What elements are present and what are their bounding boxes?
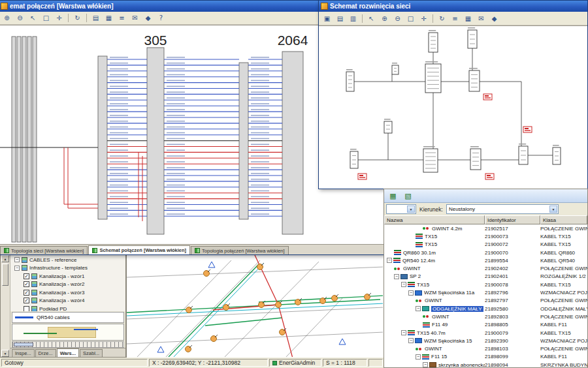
layer-checkbox[interactable] — [24, 306, 29, 311]
tree-expander[interactable]: − — [408, 290, 414, 296]
map-canvas[interactable] — [127, 255, 383, 357]
tab-topologia-sieci-warstwa-włókien[interactable]: Topologia sieci [Warstwa włókien] — [0, 246, 88, 254]
scroll-down-button[interactable]: ▼ — [1, 350, 9, 357]
scrollbar-thumb[interactable] — [2, 264, 8, 286]
tab-schemat-połączeń-warstwa-włókien[interactable]: Schemat połączeń [Warstwa włókien] — [88, 245, 190, 254]
table-row[interactable]: −TX1521900078KABEL TX15 — [384, 281, 587, 288]
print-icon[interactable]: ▤ — [90, 12, 102, 23]
refresh-icon[interactable]: ↻ — [436, 13, 448, 24]
horizontal-scrollbar[interactable] — [12, 341, 124, 348]
scrollbar-track[interactable] — [1, 262, 9, 350]
panel-tab-szabl[interactable]: Szabl... — [80, 349, 103, 357]
layers-icon[interactable]: ≡ — [449, 13, 461, 24]
object-id: 21902517 — [485, 226, 540, 232]
tree-expander[interactable]: − — [394, 274, 399, 279]
table-row[interactable]: GWINT 4.2m21902517POŁĄCZENIE GWINTOWE — [384, 224, 587, 232]
layer-item-infrastructure-templates[interactable]: −Infrastructure - templates — [10, 264, 125, 273]
show-on-map-icon[interactable]: ▧ — [402, 191, 414, 202]
grid-icon[interactable]: ▦ — [103, 12, 115, 23]
zoom-in-icon[interactable]: ⊕ — [378, 13, 391, 24]
table-row[interactable]: GWINT21902402POŁĄCZENIE GWINTOWE — [384, 264, 587, 272]
select-icon[interactable]: ↖ — [27, 12, 39, 23]
layer-checkbox[interactable]: ✓ — [24, 281, 29, 287]
table-row[interactable]: −ODGAŁĘŹNIK MAŁY21892580ODGAŁĘŹNIK MAŁY — [384, 305, 587, 313]
network-schematic-canvas[interactable] — [319, 25, 587, 189]
object-class: POŁĄCZENIE GWINTOWE — [540, 314, 587, 320]
tree-expander[interactable]: − — [401, 330, 406, 335]
scrollbar-thumb[interactable] — [14, 343, 33, 346]
properties-icon[interactable]: ◆ — [142, 12, 154, 23]
table-row[interactable]: −SP 221902401ROZGAŁĘŹNIK 1/2 DUŻY — [384, 273, 587, 281]
window-title-bar[interactable]: Schemat rozwinięcia sieci — [319, 1, 587, 12]
object-id: 21900079 — [485, 330, 540, 336]
tree-expander[interactable]: − — [401, 282, 406, 287]
layer-item-cables-reference[interactable]: −CABLES - reference — [10, 256, 125, 264]
table-row[interactable]: GWINT21892803POŁĄCZENIE GWINTOWE — [384, 313, 587, 320]
layer-checkbox[interactable]: ✓ — [24, 298, 29, 303]
zoom-out-icon[interactable]: ⊖ — [391, 13, 404, 24]
table-row[interactable]: −WZM Sękocińska 1521892390WZMACNIACZ POJ… — [384, 337, 587, 345]
tree-expander[interactable]: − — [423, 362, 428, 367]
column-header-nazwa[interactable]: Nazwa — [384, 215, 485, 224]
panel-tab-drze[interactable]: Drze... — [35, 349, 56, 357]
table-row[interactable]: −F11 1521898099KABEL F11 — [384, 353, 587, 361]
table-row[interactable]: TX1521900073KABEL TX15 — [384, 232, 587, 240]
mail-icon[interactable]: ✉ — [475, 13, 487, 24]
tree-expander[interactable]: − — [387, 258, 392, 263]
table-row[interactable]: TX1521900072KABEL TX15 — [384, 241, 587, 249]
tree-expander[interactable]: − — [14, 266, 20, 271]
pan-icon[interactable]: ✛ — [53, 12, 65, 23]
tree-expander[interactable]: − — [408, 338, 414, 343]
zoom-window-icon[interactable]: □ — [404, 13, 417, 24]
zoom-in-icon[interactable]: ⊕ — [1, 12, 13, 23]
layer-item-kanalizacja-wzór3[interactable]: ✓Kanalizacja - wzór3 — [10, 288, 125, 297]
table-row[interactable]: GWINT21892797POŁĄCZENIE GWINTOWE — [384, 297, 587, 305]
copy-icon[interactable]: ▥ — [347, 13, 359, 24]
layer-item-podkład-pd[interactable]: Podkład PD — [10, 305, 125, 311]
layer-item-kanalizacja-wzór1[interactable]: ✓Kanalizacja - wzór1 — [10, 272, 125, 281]
table-row[interactable]: −skrzynka abonencka21898094SKRZYNKA BUDY… — [384, 361, 587, 367]
tree-expander[interactable]: − — [14, 257, 20, 262]
layers-icon[interactable]: ≡ — [116, 12, 128, 23]
layer-checkbox[interactable]: ✓ — [24, 273, 29, 279]
table-row[interactable]: QR860 30.1m21900070KABEL QR860 — [384, 249, 587, 256]
fiber-label — [110, 167, 128, 168]
select-icon[interactable]: ↖ — [365, 13, 378, 24]
grid-icon[interactable]: ▦ — [462, 13, 474, 24]
scroll-up-button[interactable]: ▲ — [1, 255, 9, 262]
settings-icon[interactable]: ◆ — [488, 13, 500, 24]
table-row[interactable]: −QR540 12.4m21899554KABEL QR540 — [384, 256, 587, 264]
object-id: 21898805 — [485, 322, 540, 328]
tab-topologia-połączeń-warstwa-włókien[interactable]: Topologia połączeń [Warstwa włókien] — [191, 246, 288, 254]
layer-item-kanalizacja-wzór4[interactable]: ✓Kanalizacja - wzór4 — [10, 297, 125, 305]
table-row[interactable]: −WZM Sękocińska 11a21892796WZMACNIACZ PO… — [384, 288, 587, 296]
filter-combo[interactable]: ▼ — [386, 204, 416, 214]
layer-item-kanalizacja-wzór2[interactable]: ✓Kanalizacja - wzór2 — [10, 281, 125, 289]
zoom-out-icon[interactable]: ⊖ — [14, 12, 26, 23]
pan-icon[interactable]: ✛ — [417, 13, 430, 24]
column-header-identyfikator[interactable]: Identyfikator — [485, 215, 540, 224]
help-icon[interactable]: ? — [155, 12, 167, 23]
table-row[interactable]: F11 4921898805KABEL F11 — [384, 321, 587, 329]
tree-expander[interactable]: − — [416, 306, 421, 311]
print-icon[interactable]: ▤ — [334, 13, 346, 24]
panel-tab-wars[interactable]: Wars... — [57, 348, 79, 357]
vertical-scrollbar[interactable]: ▲ ▼ — [1, 255, 10, 357]
select-related-icon[interactable]: ▦ — [387, 191, 399, 202]
map-view[interactable] — [126, 254, 384, 358]
tree-expander[interactable]: − — [416, 354, 421, 360]
overview-map[interactable] — [12, 324, 124, 341]
chevron-down-icon[interactable]: ▼ — [549, 206, 557, 213]
zoom-window-icon[interactable]: □ — [40, 12, 52, 23]
layer-checkbox[interactable]: ✓ — [24, 290, 29, 296]
chevron-down-icon[interactable]: ▼ — [407, 206, 415, 213]
direction-combo[interactable]: Neustalony ▼ — [446, 204, 559, 214]
panel-tab-inspe[interactable]: Inspe... — [12, 349, 35, 357]
object-name-cell: F11 49 — [384, 322, 485, 328]
table-row[interactable]: −TX15 40.7m21900079KABEL TX15 — [384, 329, 587, 337]
column-header-klasa[interactable]: Klasa — [540, 215, 587, 224]
table-row[interactable]: GWINT21898103POŁĄCZENIE GWINTOWE — [384, 345, 587, 352]
refresh-icon[interactable]: ↻ — [71, 12, 84, 23]
mail-icon[interactable]: ✉ — [129, 12, 141, 23]
save-icon[interactable]: ▣ — [321, 13, 333, 24]
